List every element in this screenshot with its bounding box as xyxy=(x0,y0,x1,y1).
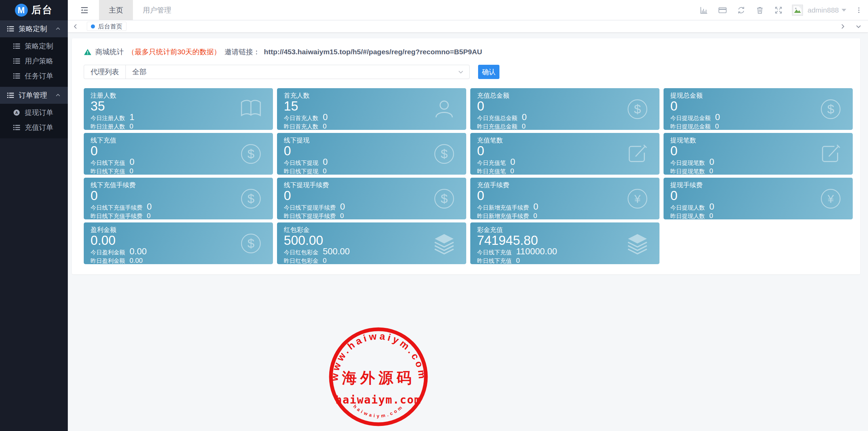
stat-card-yesterday-value: 0.00 xyxy=(130,257,143,264)
tab-用户管理[interactable]: 用户管理 xyxy=(133,0,181,20)
stat-card-today-label: 今日提现人数 xyxy=(670,203,705,212)
tool-icons xyxy=(695,6,788,15)
user-menu[interactable]: admin888 xyxy=(808,6,846,14)
stat-card-线下充值[interactable]: 线下充值0今日线下充值0昨日线下充值0$ xyxy=(84,133,273,175)
stat-card-today-value: 0 xyxy=(709,202,714,211)
invite-label: 邀请链接： xyxy=(224,47,260,57)
tab-主页[interactable]: 主页 xyxy=(99,0,133,20)
avatar[interactable] xyxy=(792,5,803,16)
chevron-down-icon[interactable] xyxy=(457,68,464,75)
stat-card-today-label: 今日线下提现手续费 xyxy=(284,203,336,212)
list-icon xyxy=(13,124,20,131)
stat-card-yesterday-row: 昨日线下提现手续费0 xyxy=(284,212,459,219)
agent-select[interactable]: 全部 xyxy=(126,67,457,77)
trash-icon[interactable] xyxy=(751,6,769,15)
stat-card-today-value: 0.00 xyxy=(130,247,147,256)
stat-card-today-value: 1 xyxy=(130,113,134,121)
stat-card-today-value: 0 xyxy=(715,113,720,121)
menu-fold-icon[interactable] xyxy=(80,6,89,15)
list-icon xyxy=(7,25,14,33)
stat-card-yesterday-label: 昨日提现人数 xyxy=(670,212,705,219)
layers-icon xyxy=(625,231,650,256)
stat-card-充值笔数[interactable]: 充值笔数0今日充值笔0昨日充值笔0 xyxy=(470,133,659,175)
filter-row: 代理列表 全部 确认 xyxy=(84,65,853,79)
expand-icon[interactable] xyxy=(769,6,788,15)
stat-card-提现总金额[interactable]: 提现总金额0今日提现总金额0昨日提现总金额0$ xyxy=(664,88,853,130)
stat-card-yesterday-row: 昨日线下充值手续费0 xyxy=(91,212,266,219)
stat-card-彩金充值[interactable]: 彩金充值741945.80今日线下充值110000.00昨日线下充值0 xyxy=(470,222,659,264)
list-icon xyxy=(13,72,20,80)
stat-card-yesterday-row: 昨日线下充值0 xyxy=(477,257,653,264)
stat-card-yesterday-row: 昨日首充人数0 xyxy=(284,122,459,130)
stat-card-yesterday-value: 0 xyxy=(130,167,133,175)
agent-select-label: 代理列表 xyxy=(84,65,126,79)
sidebar-item-策略定制[interactable]: 策略定制 xyxy=(0,39,68,54)
confirm-button[interactable]: 确认 xyxy=(478,65,499,79)
sidebar-menu: 策略定制策略定制用户策略任务订单订单管理A提现订单充值订单 xyxy=(0,20,68,138)
sidebar-submenu: 策略定制用户策略任务订单 xyxy=(0,37,68,87)
svg-text:$: $ xyxy=(248,192,255,205)
sidebar-item-充值订单[interactable]: 充值订单 xyxy=(0,120,68,135)
sidebar-group-策略定制[interactable]: 策略定制 xyxy=(0,20,68,37)
dollar-circle-icon: $ xyxy=(238,186,263,211)
tags-options-icon[interactable] xyxy=(855,23,862,30)
refresh-icon[interactable] xyxy=(732,6,751,15)
tags-scroll-right-icon[interactable] xyxy=(840,23,846,30)
stat-card-线下提现手续费[interactable]: 线下提现手续费0今日线下提现手续费0昨日线下提现手续费0$ xyxy=(277,178,466,219)
stat-card-yesterday-row: 昨日注册人数0 xyxy=(91,122,266,130)
agent-select-group: 代理列表 全部 xyxy=(84,65,470,79)
stat-card-注册人数[interactable]: 注册人数35今日注册人数1昨日注册人数0 xyxy=(84,88,273,130)
stat-card-yesterday-value: 0 xyxy=(323,167,327,175)
stat-card-充值手续费[interactable]: 充值手续费0今日新增充值手续费0昨日新增充值手续费0¥ xyxy=(470,178,659,219)
stat-card-today-label: 今日首充人数 xyxy=(284,114,318,122)
stats-panel: 商城统计 （最多只统计前30天的数据） 邀请链接： http://453.hai… xyxy=(72,38,860,274)
stat-card-首充人数[interactable]: 首充人数15今日首充人数0昨日首充人数0 xyxy=(277,88,466,130)
stat-card-yesterday-row: 昨日新增充值手续费0 xyxy=(477,212,653,219)
stat-card-yesterday-label: 昨日新增充值手续费 xyxy=(477,212,529,219)
stat-card-yesterday-value: 0 xyxy=(709,167,713,175)
compose-icon xyxy=(625,141,650,166)
sidebar-item-提现订单[interactable]: A提现订单 xyxy=(0,105,68,120)
stat-card-today-value: 0 xyxy=(533,202,538,211)
caret-down-icon xyxy=(842,9,846,12)
stat-card-yesterday-label: 昨日线下充值 xyxy=(91,168,125,175)
app-logo[interactable]: M 后台 xyxy=(0,0,68,20)
sidebar-item-任务订单[interactable]: 任务订单 xyxy=(0,68,68,83)
stat-card-线下充值手续费[interactable]: 线下充值手续费0今日线下充值手续费0昨日线下充值手续费0$ xyxy=(84,178,273,219)
stat-card-today-value: 0 xyxy=(147,202,152,211)
stat-card-线下提现[interactable]: 线下提现0今日线下提现0昨日线下提现0$ xyxy=(277,133,466,175)
chart-bar-icon[interactable] xyxy=(695,6,713,15)
stat-card-充值总金额[interactable]: 充值总金额0今日充值总金额0昨日充值总金额0$ xyxy=(470,88,659,130)
stat-card-盈利金额[interactable]: 盈利金额0.00今日盈利金额0.00昨日盈利金额0.00$ xyxy=(84,222,273,264)
svg-text:$: $ xyxy=(248,147,255,161)
compose-icon xyxy=(818,141,843,166)
app-title: 后台 xyxy=(32,3,53,17)
stat-card-today-label: 今日提现总金额 xyxy=(670,114,711,122)
stat-card-today-value: 0 xyxy=(323,158,328,166)
credit-card-icon[interactable] xyxy=(713,6,732,15)
stat-card-提现手续费[interactable]: 提现手续费0今日提现人数0昨日提现人数0¥ xyxy=(664,178,853,219)
stat-card-yesterday-value: 0 xyxy=(323,122,327,130)
tag-chip-home[interactable]: 后台首页 xyxy=(87,22,126,31)
topbar-tools: admin888 xyxy=(695,0,868,20)
stat-card-提现笔数[interactable]: 提现笔数0今日提现笔数0昨日提现笔数0 xyxy=(664,133,853,175)
notice-title: 商城统计 xyxy=(95,47,124,57)
stat-card-yesterday-label: 昨日提现笔数 xyxy=(670,168,705,175)
tag-active-dot xyxy=(91,24,95,28)
stat-card-yesterday-label: 昨日线下充值手续费 xyxy=(91,212,142,219)
stat-card-yesterday-value: 0 xyxy=(715,122,719,130)
stat-card-today-value: 0 xyxy=(510,158,515,166)
sidebar-group-订单管理[interactable]: 订单管理 xyxy=(0,87,68,104)
svg-text:¥: ¥ xyxy=(827,193,834,205)
list-icon xyxy=(13,42,20,50)
dollar-circle-icon: $ xyxy=(238,141,263,166)
stat-card-yesterday-value: 0 xyxy=(130,122,133,130)
sidebar-item-label: 策略定制 xyxy=(25,41,53,51)
stat-card-红包彩金[interactable]: 红包彩金500.00今日红包彩金500.00昨日红包彩金0 xyxy=(277,222,466,264)
sidebar-item-用户策略[interactable]: 用户策略 xyxy=(0,54,68,68)
tags-scroll-left-icon[interactable] xyxy=(73,23,79,30)
more-options-icon[interactable] xyxy=(855,6,863,14)
stat-card-today-label: 今日新增充值手续费 xyxy=(477,203,529,212)
stat-card-yesterday-label: 昨日充值总金额 xyxy=(477,123,517,130)
layers-icon xyxy=(432,231,457,256)
